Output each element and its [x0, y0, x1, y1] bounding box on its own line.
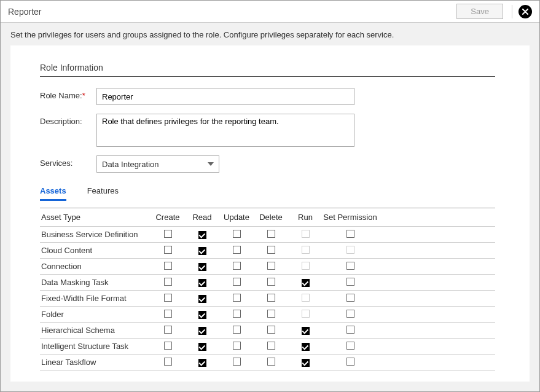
scroll-content[interactable]: Role Information Role Name:* Description…	[40, 63, 500, 374]
checkbox[interactable]	[233, 342, 241, 350]
cell-read	[185, 342, 219, 351]
checkbox[interactable]	[302, 327, 310, 335]
cell-create	[151, 294, 185, 304]
checkbox[interactable]	[198, 279, 206, 287]
table-row: Cloud Content	[40, 243, 495, 259]
services-select[interactable]: Data Integration	[96, 155, 219, 173]
cell-update	[219, 310, 254, 319]
checkbox[interactable]	[164, 294, 172, 302]
tab-features[interactable]: Features	[87, 186, 119, 201]
checkbox[interactable]	[198, 359, 206, 367]
checkbox[interactable]	[233, 294, 241, 302]
checkbox[interactable]	[346, 310, 354, 318]
checkbox[interactable]	[198, 247, 206, 255]
checkbox[interactable]	[267, 310, 275, 318]
cell-update	[219, 278, 254, 288]
checkbox[interactable]	[198, 263, 206, 271]
table-row: Folder	[40, 307, 495, 323]
cell-run	[288, 310, 323, 319]
checkbox[interactable]	[233, 310, 241, 318]
table-row: Business Service Definition	[40, 227, 495, 243]
cell-delete	[254, 326, 288, 335]
cell-read	[185, 246, 219, 256]
checkbox[interactable]	[233, 246, 241, 254]
checkbox[interactable]	[267, 294, 275, 302]
checkbox[interactable]	[233, 262, 241, 270]
cell-set-permission	[323, 230, 378, 240]
checkbox[interactable]	[233, 278, 241, 286]
cell-delete	[254, 278, 288, 288]
cell-set-permission	[323, 310, 378, 319]
close-button[interactable]	[518, 5, 532, 18]
checkbox[interactable]	[267, 278, 275, 286]
checkbox[interactable]	[302, 359, 310, 367]
section-title: Role Information	[40, 63, 495, 73]
instruction-text: Set the privileges for users and groups …	[1, 23, 539, 45]
checkbox[interactable]	[302, 279, 310, 287]
cell-create	[151, 262, 185, 272]
asset-type-cell: Linear Taskflow	[40, 358, 151, 367]
cell-delete	[254, 358, 288, 367]
checkbox[interactable]	[346, 262, 354, 270]
col-run: Run	[288, 213, 323, 222]
col-delete: Delete	[254, 213, 288, 222]
description-label: Description:	[40, 114, 96, 126]
cell-set-permission	[323, 246, 378, 256]
checkbox[interactable]	[198, 327, 206, 335]
col-update: Update	[219, 213, 254, 222]
cell-set-permission	[323, 262, 378, 272]
checkbox[interactable]	[267, 246, 275, 254]
titlebar: Reporter Save	[1, 1, 539, 23]
checkbox[interactable]	[198, 343, 206, 351]
cell-create	[151, 278, 185, 288]
checkbox	[302, 246, 310, 254]
asset-type-cell: Hierarchical Schema	[40, 326, 151, 335]
checkbox[interactable]	[346, 358, 354, 366]
checkbox[interactable]	[164, 246, 172, 254]
checkbox[interactable]	[164, 262, 172, 270]
checkbox[interactable]	[267, 230, 275, 238]
checkbox[interactable]	[346, 326, 354, 334]
cell-run	[288, 230, 323, 240]
checkbox[interactable]	[164, 342, 172, 350]
checkbox[interactable]	[346, 278, 354, 286]
checkbox[interactable]	[164, 326, 172, 334]
col-read: Read	[185, 213, 219, 222]
asset-type-cell: Connection	[40, 262, 151, 271]
cell-set-permission	[323, 342, 378, 351]
cell-run	[288, 342, 323, 351]
table-row: Fixed-Width File Format	[40, 291, 495, 307]
cell-delete	[254, 310, 288, 319]
description-input[interactable]	[96, 114, 354, 147]
checkbox[interactable]	[302, 343, 310, 351]
checkbox[interactable]	[233, 326, 241, 334]
checkbox[interactable]	[198, 231, 206, 239]
checkbox[interactable]	[164, 358, 172, 366]
checkbox[interactable]	[233, 358, 241, 366]
checkbox[interactable]	[267, 262, 275, 270]
cell-create	[151, 310, 185, 319]
checkbox[interactable]	[267, 326, 275, 334]
checkbox[interactable]	[346, 230, 354, 238]
save-button[interactable]: Save	[456, 4, 503, 19]
checkbox[interactable]	[198, 311, 206, 319]
role-name-input[interactable]	[96, 88, 354, 105]
close-icon	[522, 9, 528, 15]
checkbox[interactable]	[164, 310, 172, 318]
checkbox[interactable]	[164, 230, 172, 238]
checkbox[interactable]	[198, 295, 206, 303]
checkbox[interactable]	[346, 342, 354, 350]
cell-set-permission	[323, 326, 378, 335]
tabs: Assets Features	[40, 186, 495, 202]
checkbox[interactable]	[267, 342, 275, 350]
table-row: Data Masking Task	[40, 275, 495, 291]
checkbox[interactable]	[164, 278, 172, 286]
asset-type-cell: Fixed-Width File Format	[40, 294, 151, 303]
cell-create	[151, 342, 185, 351]
checkbox[interactable]	[233, 230, 241, 238]
checkbox[interactable]	[267, 358, 275, 366]
tab-assets[interactable]: Assets	[40, 186, 66, 201]
cell-update	[219, 294, 254, 304]
cell-create	[151, 246, 185, 256]
checkbox[interactable]	[346, 294, 354, 302]
